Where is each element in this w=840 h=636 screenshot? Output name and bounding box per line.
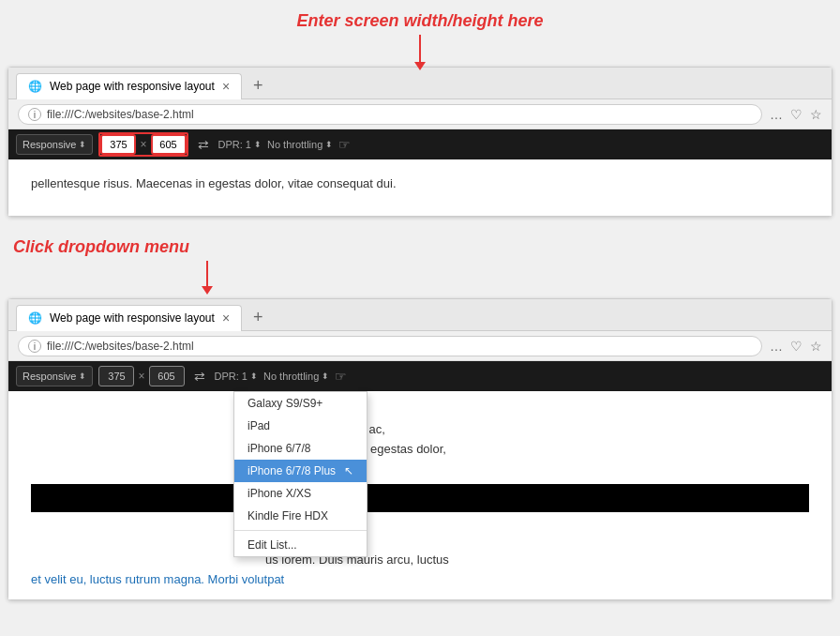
responsive-label-2: Responsive [22,371,76,382]
throttle-arrow-1: ⬍ [325,140,333,149]
dropdown-item-iphone678[interactable]: iPhone 6/7/8 [234,437,367,460]
throttle-label-2: No throttling [263,371,319,382]
tab-label-1: Web page with responsive layout [50,80,215,93]
page-line-2: an, eleifend augue ac, [31,420,809,440]
tab-favicon-2: 🌐 [28,311,42,325]
second-annotation-arrow [0,261,840,287]
dropdown-item-iphone678plus[interactable]: iPhone 6/7/8 Plus ↖ [234,460,367,482]
dpr-control-1: DPR: 1 ⬍ [218,139,262,150]
height-input-1[interactable]: 605 [151,134,187,155]
browser-tab-1[interactable]: 🌐 Web page with responsive layout × [16,73,242,99]
tab-bar-2: 🌐 Web page with responsive layout × + [8,299,832,331]
dropdown-item-galaxy[interactable]: Galaxy S9/S9+ [234,392,367,415]
dropdown-divider [234,530,367,531]
page-text-1: pellentesque risus. Maecenas in egestas … [31,176,397,190]
tab-label-2: Web page with responsive layout [50,311,215,325]
responsive-dropdown-arrow-1: ⬍ [79,140,86,149]
dropdown-item-kindle[interactable]: Kindle Fire HDX [234,505,367,527]
star-icon-2[interactable]: ☆ [810,339,822,354]
responsive-label-1: Responsive [22,139,76,150]
info-icon-2: i [28,340,41,353]
top-annotation-arrow [419,35,421,63]
responsive-dropdown-2[interactable]: Responsive ⬍ [16,366,93,386]
dpr-control-2: DPR: 1 ⬍ [215,371,258,382]
info-icon-1: i [28,108,41,121]
rotate-btn-2[interactable]: ⇄ [190,367,209,386]
page-content-1: pellentesque risus. Maecenas in egestas … [8,159,832,216]
address-actions-2: … ♡ ☆ [770,339,822,354]
url-bar-1[interactable]: i file:///C:/websites/base-2.html [18,104,762,125]
browser-window-1: 🌐 Web page with responsive layout × + i … [8,67,832,217]
tab-close-2[interactable]: × [222,310,230,326]
rotate-btn-1[interactable]: ⇄ [194,135,213,154]
top-annotation-label: Enter screen width/height here [0,0,840,35]
more-icon-1[interactable]: … [770,107,783,122]
cursor-icon-1: ☞ [338,137,351,152]
star-icon-1[interactable]: ☆ [810,107,822,122]
dropdown-item-iphonexxs[interactable]: iPhone X/XS [234,482,367,505]
cursor-pointer: ↖ [344,464,353,477]
page-line-4: at dui. [31,459,809,478]
click-dropdown-label: Click dropdown menu [13,237,189,256]
more-icon-2[interactable]: … [770,339,783,354]
dimensions-box-1: 375 × 605 [98,132,188,157]
responsive-dropdown-1[interactable]: Responsive ⬍ [16,134,93,155]
enter-dimensions-label: Enter screen width/height here [296,11,543,30]
url-bar-2[interactable]: i file:///C:/websites/base-2.html [18,336,762,356]
device-dropdown-menu: Galaxy S9/S9+ iPad iPhone 6/7/8 iPhone 6… [233,391,368,557]
page-line-3: risus. Maecenas in egestas dolor, [31,440,809,460]
second-annotation-block: Click dropdown menu [0,224,840,261]
dpr-label-2: DPR: 1 [215,371,248,382]
dimensions-1: 375 × 605 [98,132,188,157]
page-line-6: et velit eu, luctus rutrum magna. Morbi … [31,570,809,590]
throttle-control-1: No throttling ⬍ [267,139,333,150]
page-line-5: us lorem. Duis mauris arcu, luctus [31,551,809,570]
responsive-dropdown-arrow-2: ⬍ [79,371,86,381]
dpr-label-1: DPR: 1 [218,139,251,150]
new-tab-button-2[interactable]: + [248,306,269,329]
dropdown-item-ipad[interactable]: iPad [234,415,367,437]
new-tab-button-1[interactable]: + [248,74,269,98]
browser-tab-2[interactable]: 🌐 Web page with responsive layout × [16,305,242,331]
bookmark-icon-2[interactable]: ♡ [790,339,802,354]
tab-close-1[interactable]: × [222,79,230,94]
url-text-1: file:///C:/websites/base-2.html [47,108,194,121]
browser-window-2: 🌐 Web page with responsive layout × + i … [8,298,832,600]
address-bar-2: i file:///C:/websites/base-2.html … ♡ ☆ [8,331,832,361]
dpr-arrow-1: ⬍ [254,140,262,149]
devtools-toolbar-2: Responsive ⬍ × ⇄ DPR: 1 ⬍ No throttling … [8,361,832,391]
width-input-1[interactable]: 375 [100,134,136,155]
page-heading: g 3 [31,518,809,551]
address-bar-1: i file:///C:/websites/base-2.html … ♡ ☆ [8,99,832,129]
page-line-1: m sed nunc porta posuere. Donec [31,401,809,420]
devtools-toolbar-1: Responsive ⬍ 375 × 605 ⇄ DPR: 1 ⬍ No thr… [8,129,832,159]
address-actions-1: … ♡ ☆ [770,107,822,122]
cursor-icon-2: ☞ [335,369,347,384]
dimension-sep-2: × [138,370,144,383]
throttle-label-1: No throttling [267,139,322,150]
width-input-2[interactable] [98,366,134,386]
dimension-sep-1: × [140,138,146,151]
tab-bar-1: 🌐 Web page with responsive layout × + [8,68,832,99]
page-black-block-1 [31,484,809,512]
throttle-arrow-2: ⬍ [322,371,329,381]
url-text-2: file:///C:/websites/base-2.html [47,340,194,353]
page-content-2: m sed nunc porta posuere. Donec an, elei… [8,391,832,599]
height-input-2[interactable] [149,366,185,386]
dropdown-item-edit[interactable]: Edit List... [234,534,367,556]
throttle-control-2: No throttling ⬍ [263,371,329,382]
dpr-arrow-2: ⬍ [250,371,258,381]
dimensions-2: × [98,366,184,386]
bookmark-icon-1[interactable]: ♡ [790,107,802,122]
tab-favicon-1: 🌐 [28,80,42,93]
